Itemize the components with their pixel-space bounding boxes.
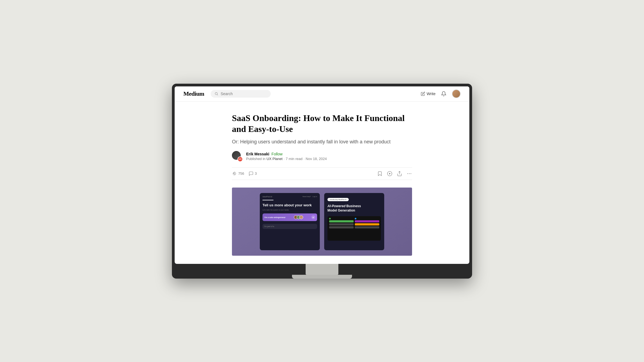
user-avatar[interactable] bbox=[452, 89, 461, 98]
hero-image: IdeaPilot AI Need help? Log In Tell us m… bbox=[232, 188, 412, 256]
share-icon bbox=[397, 171, 402, 176]
comment-icon bbox=[249, 171, 254, 176]
more-button[interactable] bbox=[407, 171, 412, 176]
browser-window: Medium Write bbox=[175, 86, 469, 264]
article-subtitle: Or: Helping users understand and instant… bbox=[232, 138, 412, 146]
bar-orange bbox=[355, 223, 379, 225]
top-navigation: Medium Write bbox=[175, 86, 469, 102]
article-title: SaaS Onboarding: How to Make It Function… bbox=[232, 113, 412, 134]
app-sub-text: Let's tailor the system to your needs. bbox=[263, 209, 317, 211]
actions-left: 756 3 bbox=[232, 171, 257, 176]
listen-button[interactable] bbox=[387, 171, 392, 176]
share-button[interactable] bbox=[397, 171, 402, 176]
medium-logo[interactable]: Medium bbox=[183, 90, 204, 97]
comments-button[interactable]: 3 bbox=[249, 171, 257, 176]
monitor: Medium Write bbox=[172, 84, 472, 279]
svg-marker-4 bbox=[389, 173, 390, 174]
read-time: 7 min read bbox=[286, 157, 302, 161]
actions-right bbox=[377, 171, 412, 176]
app-right-title: AI-Powered Business Model Generation bbox=[327, 204, 381, 213]
svg-line-1 bbox=[217, 95, 218, 95]
app-right-title-line3: Model Generation bbox=[327, 209, 355, 212]
avatar-3 bbox=[299, 215, 303, 219]
article-content: SaaS Onboarding: How to Make It Function… bbox=[226, 102, 418, 264]
search-bar[interactable] bbox=[211, 90, 271, 98]
app-nav-link1: Need help? bbox=[303, 196, 311, 197]
comments-count: 3 bbox=[255, 171, 257, 176]
app-logo: IdeaPilot AI bbox=[263, 196, 272, 198]
bar-green bbox=[329, 220, 354, 222]
author-avatar-publication: UX bbox=[237, 156, 243, 162]
play-icon bbox=[387, 171, 392, 176]
search-icon bbox=[214, 92, 218, 96]
author-avatar-stack: UX bbox=[232, 151, 243, 162]
notifications-button[interactable] bbox=[441, 91, 446, 96]
svg-point-2 bbox=[233, 172, 236, 175]
publication-link[interactable]: UX Planet bbox=[267, 157, 283, 161]
app-right-title-line2: Business bbox=[346, 204, 361, 208]
author-info: Erik Messaki Follow Published in UX Plan… bbox=[246, 152, 327, 161]
app-screenshot-left: IdeaPilot AI Need help? Log In Tell us m… bbox=[260, 193, 320, 250]
svg-point-6 bbox=[407, 173, 408, 174]
author-name-row: Erik Messaki Follow bbox=[246, 152, 327, 156]
app-card-team-text: I'm part of a bbox=[264, 225, 274, 227]
app-right-badge: Introducing IdeaPilot AI bbox=[327, 198, 349, 201]
bar-gray-3 bbox=[355, 226, 379, 228]
app-card-avatars bbox=[294, 215, 303, 219]
claps-count: 756 bbox=[238, 171, 244, 176]
bar-gray-2 bbox=[329, 226, 354, 228]
svg-point-8 bbox=[411, 173, 412, 174]
published-in-prefix: Published in bbox=[246, 157, 266, 161]
write-icon bbox=[421, 92, 425, 96]
app-divider bbox=[263, 200, 273, 200]
write-label: Write bbox=[427, 92, 436, 96]
app-nav-link2: Log In bbox=[312, 196, 317, 197]
bookmark-icon bbox=[377, 171, 383, 176]
publish-date: Nov 18, 2024 bbox=[306, 157, 327, 161]
app-card-team: I'm part of a bbox=[263, 224, 317, 229]
monitor-stand-neck bbox=[306, 264, 338, 275]
monitor-stand-base bbox=[292, 275, 352, 279]
author-meta: Published in UX Planet · 7 min read · No… bbox=[246, 157, 327, 161]
save-button[interactable] bbox=[377, 171, 383, 176]
app-card-entrepreneur-text: I'm a solo entrepreneur bbox=[264, 216, 285, 218]
author-name[interactable]: Erik Messaki bbox=[246, 152, 269, 156]
app-screenshot-right: Introducing IdeaPilot AI AI-Powered Busi… bbox=[324, 193, 384, 250]
app-right-title-line1: AI-Powered bbox=[327, 204, 345, 208]
follow-button[interactable]: Follow bbox=[272, 152, 282, 156]
bell-icon bbox=[441, 91, 446, 96]
app-card-entrepreneur: I'm a solo entrepreneur bbox=[263, 213, 317, 221]
nav-right-actions: Write bbox=[421, 89, 461, 98]
app-main-text: Tell us more about your work bbox=[263, 203, 317, 208]
more-icon bbox=[407, 171, 412, 176]
search-input[interactable] bbox=[220, 92, 264, 96]
article-actions: 756 3 bbox=[232, 167, 412, 180]
bar-purple bbox=[355, 220, 379, 222]
claps-button[interactable]: 756 bbox=[232, 171, 244, 176]
clap-icon bbox=[232, 171, 237, 176]
write-button[interactable]: Write bbox=[421, 92, 436, 96]
svg-point-0 bbox=[215, 92, 217, 95]
app-phone-mockup bbox=[327, 216, 381, 241]
app-card-check bbox=[311, 215, 315, 219]
dot-blue bbox=[355, 218, 356, 219]
svg-point-7 bbox=[409, 173, 410, 174]
author-row: UX Erik Messaki Follow Published in UX P… bbox=[232, 151, 412, 162]
bar-gray-1 bbox=[329, 223, 354, 225]
dot-green bbox=[329, 218, 331, 219]
